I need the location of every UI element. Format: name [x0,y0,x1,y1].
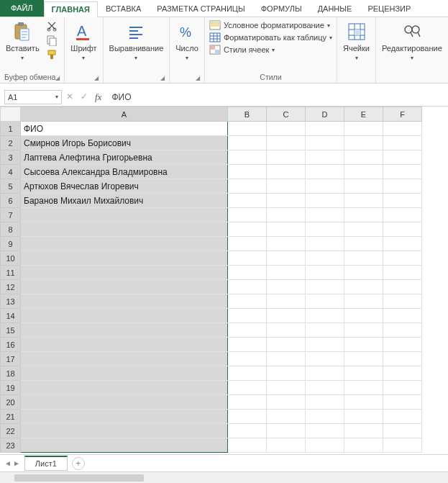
cell-E11[interactable] [344,266,383,280]
tab-insert[interactable]: ВСТАВКА [98,1,149,17]
cell-A20[interactable] [21,395,228,410]
cell-D6[interactable] [306,194,344,208]
cell-D7[interactable] [306,208,344,222]
cancel-icon[interactable]: ✕ [66,91,73,103]
cell-B18[interactable] [228,366,267,381]
cell-A18[interactable] [21,366,228,381]
cell-A19[interactable] [21,381,228,395]
cell-A13[interactable] [21,294,228,309]
cell-A1[interactable]: ФИО [21,122,228,136]
cell-E20[interactable] [344,395,383,410]
cell-D14[interactable] [306,309,344,323]
cell-B19[interactable] [228,381,267,395]
cell-C10[interactable] [267,251,306,266]
cell-E18[interactable] [344,366,383,381]
col-header-B[interactable]: B [228,107,267,122]
cell-A5[interactable]: Артюхов Вячеслав Игоревич [21,179,228,194]
cell-B7[interactable] [228,208,267,222]
row-header-10[interactable]: 10 [1,251,21,266]
horizontal-scrollbar[interactable] [0,471,448,483]
cell-F21[interactable] [383,410,422,424]
name-box[interactable]: A1 ▾ [4,90,62,104]
cell-B9[interactable] [228,237,267,251]
cell-C11[interactable] [267,266,306,280]
cell-E23[interactable] [344,438,383,453]
cell-D21[interactable] [306,410,344,424]
cell-D12[interactable] [306,280,344,294]
cell-C16[interactable] [267,338,306,352]
cut-icon[interactable] [45,20,58,32]
cell-E10[interactable] [344,251,383,266]
cell-E2[interactable] [344,136,383,150]
cell-D5[interactable] [306,179,344,194]
cell-C15[interactable] [267,323,306,338]
cell-D15[interactable] [306,323,344,338]
cell-B1[interactable] [228,122,267,136]
cell-B5[interactable] [228,179,267,194]
cell-D17[interactable] [306,352,344,366]
cell-B14[interactable] [228,309,267,323]
cell-B16[interactable] [228,338,267,352]
row-header-9[interactable]: 9 [1,237,21,251]
cell-E14[interactable] [344,309,383,323]
tab-formulas[interactable]: ФОРМУЛЫ [253,1,310,17]
cell-D23[interactable] [306,438,344,453]
format-as-table-button[interactable]: Форматировать как таблицу ▾ [209,32,332,42]
cell-C12[interactable] [267,280,306,294]
font-button[interactable]: A Шрифт ▾ [69,20,98,63]
row-header-1[interactable]: 1 [1,122,21,136]
alignment-button[interactable]: Выравнивание ▾ [108,20,165,63]
cell-F4[interactable] [383,165,422,179]
row-header-22[interactable]: 22 [1,424,21,438]
cell-D11[interactable] [306,266,344,280]
tab-layout[interactable]: РАЗМЕТКА СТРАНИЦЫ [149,1,252,17]
cell-A14[interactable] [21,309,228,323]
tab-file[interactable]: ФАЙЛ [0,0,44,17]
cell-styles-button[interactable]: Стили ячеек ▾ [209,45,332,55]
col-header-A[interactable]: A [21,107,228,122]
cell-D22[interactable] [306,424,344,438]
cell-D3[interactable] [306,150,344,165]
cell-F1[interactable] [383,122,422,136]
row-header-4[interactable]: 4 [1,165,21,179]
cell-D8[interactable] [306,222,344,237]
cell-A6[interactable]: Баранов Михаил Михайлович [21,194,228,208]
cell-C20[interactable] [267,395,306,410]
cell-B6[interactable] [228,194,267,208]
number-button[interactable]: % Число ▾ [174,20,200,63]
cell-C19[interactable] [267,381,306,395]
confirm-icon[interactable]: ✓ [81,91,88,103]
row-header-2[interactable]: 2 [1,136,21,150]
cell-B17[interactable] [228,352,267,366]
cell-C23[interactable] [267,438,306,453]
cell-D2[interactable] [306,136,344,150]
formula-value[interactable]: ФИО [106,92,131,102]
dialog-launcher-icon[interactable]: ◢ [160,75,165,81]
cell-C21[interactable] [267,410,306,424]
row-header-23[interactable]: 23 [1,438,21,453]
cell-F16[interactable] [383,338,422,352]
cell-E22[interactable] [344,424,383,438]
fx-icon[interactable]: fx [95,91,101,103]
sheet-next-icon[interactable]: ► [13,459,20,467]
cell-B13[interactable] [228,294,267,309]
cell-A22[interactable] [21,424,228,438]
col-header-F[interactable]: F [383,107,422,122]
row-header-20[interactable]: 20 [1,395,21,410]
cell-A11[interactable] [21,266,228,280]
row-header-11[interactable]: 11 [1,266,21,280]
row-header-8[interactable]: 8 [1,222,21,237]
cell-D1[interactable] [306,122,344,136]
cell-F14[interactable] [383,309,422,323]
cell-C2[interactable] [267,136,306,150]
cell-C14[interactable] [267,309,306,323]
cell-F13[interactable] [383,294,422,309]
cell-D10[interactable] [306,251,344,266]
row-header-5[interactable]: 5 [1,179,21,194]
row-header-7[interactable]: 7 [1,208,21,222]
cell-B4[interactable] [228,165,267,179]
col-header-E[interactable]: E [344,107,383,122]
conditional-formatting-button[interactable]: Условное форматирование ▾ [209,20,332,30]
cell-C5[interactable] [267,179,306,194]
dialog-launcher-icon[interactable]: ◢ [94,75,99,81]
